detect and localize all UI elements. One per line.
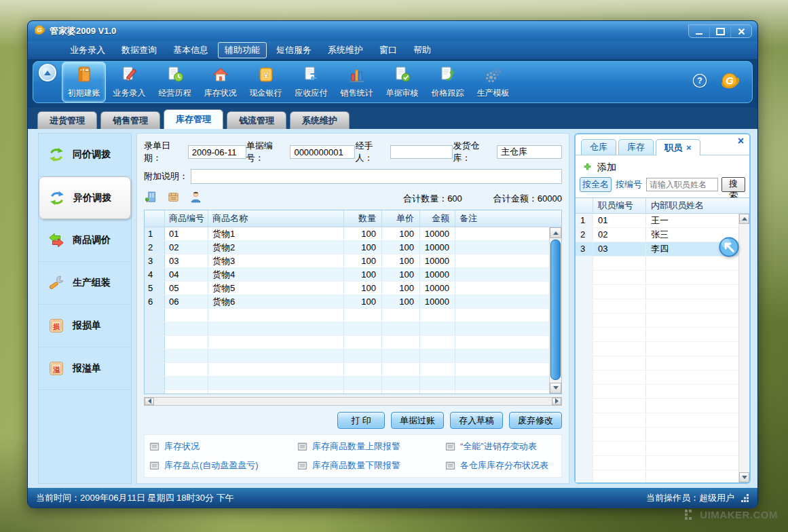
employee-row-empty[interactable] xyxy=(576,385,739,399)
toolbar-item-经营历程[interactable]: 经营历程 xyxy=(153,62,197,102)
action-button-单据过账[interactable]: 单据过账 xyxy=(391,412,444,429)
help-icon[interactable]: ? xyxy=(691,72,709,92)
tab-close-icon[interactable]: × xyxy=(686,140,692,155)
table-row-empty[interactable] xyxy=(145,336,550,349)
sidebar-item-异价调拨[interactable]: 异价调拨 xyxy=(39,176,131,219)
goods-icon[interactable] xyxy=(166,190,181,207)
scroll-down-button[interactable] xyxy=(550,383,561,394)
collapse-toolbar-button[interactable] xyxy=(39,64,56,81)
menu-item-窗口[interactable]: 窗口 xyxy=(373,42,404,58)
minimize-button[interactable] xyxy=(689,25,710,37)
employee-row-empty[interactable] xyxy=(576,285,739,299)
form-input-1[interactable] xyxy=(290,145,355,159)
toolbar-item-库存状况[interactable]: 库存状况 xyxy=(198,62,242,102)
menu-item-短信服务[interactable]: 短信服务 xyxy=(269,42,318,58)
toolbar-item-价格跟踪[interactable]: 价格跟踪 xyxy=(426,62,470,102)
table-row-empty[interactable] xyxy=(145,349,550,363)
tab-销售管理[interactable]: 销售管理 xyxy=(100,111,160,129)
menu-item-业务录入[interactable]: 业务录入 xyxy=(63,42,112,58)
toolbar-item-初期建账[interactable]: 初期建账 xyxy=(62,62,106,102)
employee-row-empty[interactable] xyxy=(576,314,739,328)
scroll-right-button[interactable] xyxy=(552,398,561,405)
employee-row-empty[interactable] xyxy=(576,456,739,470)
employee-icon[interactable] xyxy=(189,190,203,207)
employee-row-empty[interactable] xyxy=(576,299,739,314)
panel-vertical-scrollbar[interactable] xyxy=(738,214,749,482)
employee-row-张三[interactable]: 202张三 xyxy=(576,228,739,242)
table-row-4[interactable]: 404货物410010010000 xyxy=(145,268,550,282)
employee-row-王一[interactable]: 101王一 xyxy=(576,214,739,228)
panel-tab-库存[interactable]: 库存 xyxy=(618,139,654,155)
employee-row-empty[interactable] xyxy=(576,256,739,271)
menu-item-帮助[interactable]: 帮助 xyxy=(407,42,438,58)
table-row-1[interactable]: 101货物110010010000 xyxy=(145,227,550,241)
scroll-up-button[interactable] xyxy=(739,214,749,224)
table-row-5[interactable]: 505货物510010010000 xyxy=(145,282,550,295)
toolbar-item-应收应付[interactable]: 应收应付 xyxy=(289,62,333,102)
sidebar-item-生产组装[interactable]: 生产组装 xyxy=(39,262,131,305)
tab-系统维护[interactable]: 系统维护 xyxy=(290,111,350,129)
table-row-empty[interactable] xyxy=(145,322,550,336)
employee-row-empty[interactable] xyxy=(576,356,739,370)
table-row-empty[interactable] xyxy=(145,363,550,377)
table-row-empty[interactable] xyxy=(145,377,550,390)
table-row-6[interactable]: 606货物610010010000 xyxy=(145,295,550,309)
form-input-0[interactable] xyxy=(188,145,246,159)
report-link-库存商品数量上限报警[interactable]: 库存商品数量上限报警 xyxy=(297,440,445,453)
employee-row-empty[interactable] xyxy=(576,442,739,456)
toolbar-item-现金银行[interactable]: ¥现金银行 xyxy=(244,62,288,102)
form-input-2[interactable] xyxy=(390,145,453,159)
tab-钱流管理[interactable]: 钱流管理 xyxy=(227,111,286,129)
employee-row-empty[interactable] xyxy=(576,328,739,342)
scroll-down-button[interactable] xyxy=(739,472,749,482)
toolbar-item-销售统计[interactable]: 销售统计 xyxy=(335,62,379,102)
close-button[interactable] xyxy=(731,25,751,37)
panel-tab-仓库[interactable]: 仓库 xyxy=(581,139,616,155)
table-horizontal-scrollbar[interactable] xyxy=(144,397,562,406)
scroll-up-button[interactable] xyxy=(550,227,561,238)
menu-item-辅助功能[interactable]: 辅助功能 xyxy=(218,42,267,58)
warehouse-icon[interactable] xyxy=(144,190,158,207)
report-link-“全能”进销存变动表[interactable]: “全能”进销存变动表 xyxy=(445,440,557,453)
tab-进货管理[interactable]: 进货管理 xyxy=(37,111,97,129)
action-button-存入草稿[interactable]: 存入草稿 xyxy=(450,412,503,429)
employee-row-empty[interactable] xyxy=(576,413,739,428)
report-link-库存商品数量下限报警[interactable]: 库存商品数量下限报警 xyxy=(297,459,445,472)
employee-search-input[interactable] xyxy=(646,178,718,191)
table-row-empty[interactable] xyxy=(145,309,550,322)
toolbar-item-业务录入[interactable]: 业务录入 xyxy=(107,62,151,102)
employee-row-empty[interactable] xyxy=(576,342,739,356)
action-button-废弃修改[interactable]: 废弃修改 xyxy=(509,412,562,429)
employee-row-empty[interactable] xyxy=(576,399,739,413)
report-link-库存盘点(自动盘盈盘亏)[interactable]: 库存盘点(自动盘盈盘亏) xyxy=(149,459,297,472)
sidebar-item-报损单[interactable]: 损报损单 xyxy=(39,305,131,347)
add-row[interactable]: 添加 xyxy=(576,155,749,177)
menu-item-基本信息[interactable]: 基本信息 xyxy=(166,42,215,58)
action-button-打印[interactable]: 打 印 xyxy=(337,412,385,429)
employee-row-empty[interactable] xyxy=(576,470,739,482)
menu-item-系统维护[interactable]: 系统维护 xyxy=(321,42,370,58)
filter-by-name[interactable]: 按全名 xyxy=(580,177,612,192)
filter-by-code[interactable]: 按编号 xyxy=(615,178,643,191)
report-link-库存状况[interactable]: 库存状况 xyxy=(149,440,297,453)
panel-tab-职员[interactable]: 职员× xyxy=(656,139,700,155)
employee-row-empty[interactable] xyxy=(576,370,739,385)
table-row-2[interactable]: 202货物210010010000 xyxy=(145,241,550,254)
tab-库存管理[interactable]: 库存管理 xyxy=(164,109,223,129)
table-vertical-scrollbar[interactable] xyxy=(549,227,561,394)
toolbar-item-单据审核[interactable]: 单据审核 xyxy=(380,62,424,102)
table-row-3[interactable]: 303货物310010010000 xyxy=(145,254,550,268)
scrollbar-thumb[interactable] xyxy=(550,240,561,380)
note-input[interactable] xyxy=(191,169,562,184)
search-button[interactable]: 搜索 xyxy=(721,177,745,192)
resize-grip[interactable] xyxy=(741,494,749,502)
form-input-3[interactable] xyxy=(497,145,562,159)
panel-close-icon[interactable]: × xyxy=(738,136,744,147)
toolbar-item-生产模板[interactable]: 生产模板 xyxy=(471,62,515,102)
report-link-各仓库库存分布状况表[interactable]: 各仓库库存分布状况表 xyxy=(445,459,557,472)
menu-item-数据查询[interactable]: 数据查询 xyxy=(115,42,164,58)
employee-row-empty[interactable] xyxy=(576,428,739,442)
sidebar-item-报溢单[interactable]: 溢报溢单 xyxy=(39,347,131,390)
employee-row-empty[interactable] xyxy=(576,271,739,285)
sidebar-item-商品调价[interactable]: 商品调价 xyxy=(39,219,131,262)
